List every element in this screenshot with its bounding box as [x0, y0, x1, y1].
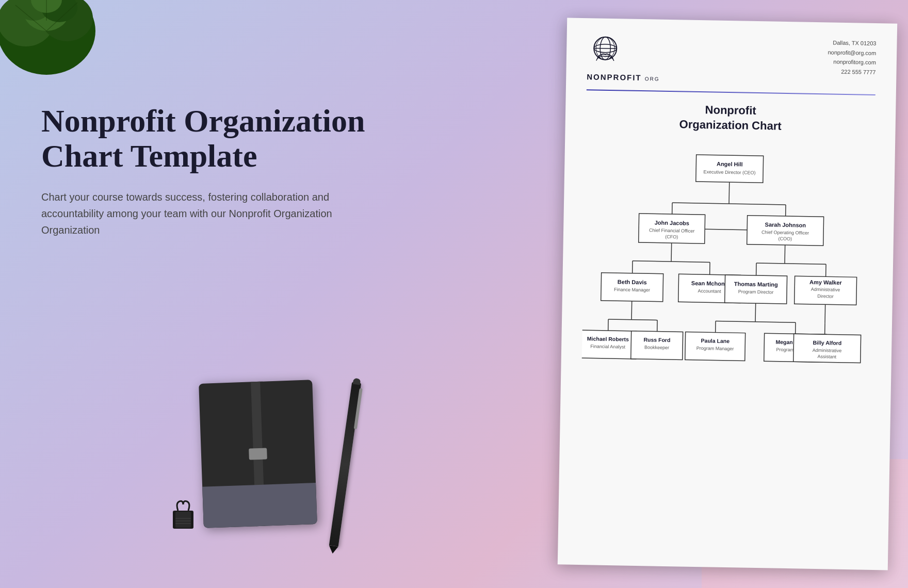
svg-line-41	[825, 305, 825, 323]
logo-text: NONPROFIT ORG	[587, 72, 660, 83]
svg-line-37	[755, 303, 756, 322]
svg-text:Sarah Johnson: Sarah Johnson	[765, 221, 806, 228]
svg-line-24	[705, 229, 747, 230]
binder-clip-decoration	[170, 500, 196, 531]
svg-text:Chief Financial Officer: Chief Financial Officer	[649, 228, 695, 234]
svg-text:Program Manager: Program Manager	[696, 346, 734, 351]
svg-text:Administrative: Administrative	[811, 287, 840, 292]
svg-text:Assistant: Assistant	[818, 354, 837, 360]
page-subtitle: Chart your course towards success, foste…	[41, 189, 340, 238]
document-header: NONPROFIT ORG Dallas, TX 01203 nonprofit…	[587, 34, 877, 87]
svg-text:Program Director: Program Director	[738, 289, 774, 295]
svg-text:Accountant: Accountant	[698, 288, 721, 294]
svg-text:Amy Walker: Amy Walker	[809, 279, 842, 286]
svg-text:Sean Mchone: Sean Mchone	[691, 280, 728, 287]
svg-line-20	[729, 182, 729, 204]
notebook-decoration	[199, 380, 317, 528]
svg-text:Russ Ford: Russ Ford	[643, 336, 670, 343]
svg-text:Billy Alford: Billy Alford	[813, 339, 841, 346]
svg-text:(COO): (COO)	[779, 236, 792, 241]
svg-text:Beth Davis: Beth Davis	[618, 279, 647, 285]
svg-text:Director: Director	[817, 293, 834, 299]
document-divider	[587, 89, 875, 95]
svg-line-29	[785, 245, 785, 264]
svg-line-25	[671, 243, 672, 262]
org-chart-svg: Angel Hill Executive Director (CEO) John…	[579, 140, 874, 496]
contact-info: Dallas, TX 01203 nonprofit@org.com nonpr…	[828, 38, 877, 77]
svg-text:(CFO): (CFO)	[665, 234, 678, 239]
svg-text:John Jacobs: John Jacobs	[655, 220, 689, 226]
address: Dallas, TX 01203	[828, 38, 877, 48]
svg-text:Chief Operating Officer: Chief Operating Officer	[761, 230, 809, 236]
svg-rect-11	[175, 512, 191, 528]
svg-text:Paula Lane: Paula Lane	[701, 337, 730, 344]
svg-text:Finance Manager: Finance Manager	[614, 287, 650, 292]
phone: 222 555 7777	[828, 67, 876, 77]
pen-tip	[328, 545, 338, 554]
email2: nonprofitorg.com	[828, 57, 876, 68]
svg-text:Thomas Marting: Thomas Marting	[734, 281, 778, 287]
left-content-area: Nonprofit Organization Chart Template Ch…	[41, 103, 392, 238]
logo-icon	[587, 34, 624, 70]
chart-title: Nonprofit Organization Chart	[586, 101, 875, 135]
svg-line-30	[756, 263, 826, 264]
svg-text:Financial Analyst: Financial Analyst	[590, 344, 625, 350]
document: NONPROFIT ORG Dallas, TX 01203 nonprofit…	[558, 18, 897, 570]
svg-text:Administrative: Administrative	[813, 348, 842, 353]
notebook-clasp	[249, 448, 267, 460]
email1: nonprofit@org.com	[828, 47, 876, 58]
svg-text:Michael Roberts: Michael Roberts	[587, 335, 629, 342]
page-title: Nonprofit Organization Chart Template	[41, 103, 392, 173]
svg-text:Bookkeeper: Bookkeeper	[644, 345, 669, 350]
svg-text:Angel Hill: Angel Hill	[717, 161, 743, 168]
svg-line-17	[594, 48, 617, 48]
svg-rect-43	[696, 155, 764, 183]
svg-text:Executive Director (CEO): Executive Director (CEO)	[704, 169, 756, 175]
org-chart: Angel Hill Executive Director (CEO) John…	[579, 140, 874, 496]
svg-line-34	[608, 319, 657, 320]
plant-decoration	[0, 0, 98, 83]
logo-area: NONPROFIT ORG	[587, 34, 660, 83]
svg-line-33	[631, 301, 632, 320]
